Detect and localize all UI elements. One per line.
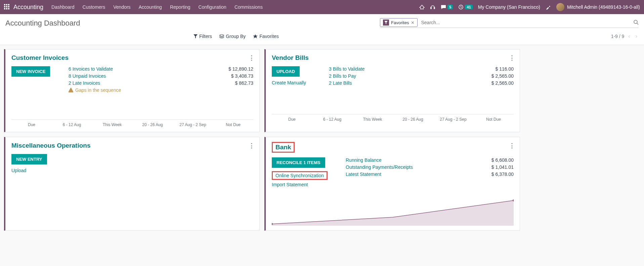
nav-menu: Dashboard Customers Vendors Accounting R… (51, 4, 419, 10)
bank-title-highlighted: Bank (272, 142, 295, 153)
new-invoice-button[interactable]: NEW INVOICE (11, 66, 50, 77)
search-icon[interactable] (633, 20, 639, 26)
chart-label: Not Due (473, 117, 514, 122)
search-bar: Favorites ✕ (380, 18, 639, 28)
stat-label[interactable]: 8 Unpaid Invoices (69, 73, 106, 79)
stat-label[interactable]: 2 Bills to Pay (329, 73, 356, 79)
upload-link[interactable]: Upload (11, 168, 62, 173)
nav-customers[interactable]: Customers (83, 4, 105, 10)
chart-label: Due (272, 117, 312, 122)
breadcrumb: Accounting Dashboard (5, 19, 80, 28)
nav-commissions[interactable]: Commissions (234, 4, 263, 10)
stat-value: $ 12,890.12 (228, 66, 253, 72)
svg-rect-1 (6, 4, 7, 5)
bank-chart (272, 199, 514, 226)
stat-row: 2 Late Invoices $ 862.73 (69, 80, 253, 86)
card-menu-icon[interactable]: ⋮ (249, 142, 255, 149)
invoice-chart: Due 6 - 12 Aug This Week 20 - 26 Aug 27 … (11, 100, 253, 127)
nav-dashboard[interactable]: Dashboard (51, 4, 75, 10)
company-switcher[interactable]: My Company (San Francisco) (478, 4, 540, 10)
stat-value: $ 1,041.01 (491, 164, 514, 170)
tools-icon[interactable] (546, 4, 551, 10)
user-name: Mitchell Admin (49489143-16-0-all) (567, 4, 640, 10)
card-menu-icon[interactable]: ⋮ (509, 54, 515, 62)
apps-icon[interactable] (4, 4, 9, 10)
stat-row: 6 Invoices to Validate $ 12,890.12 (69, 66, 253, 72)
chart-label: This Week (92, 122, 132, 127)
svg-rect-2 (8, 4, 9, 5)
online-sync-highlighted: Online Synchronization (272, 171, 328, 180)
user-menu[interactable]: Mitchell Admin (49489143-16-0-all) (556, 3, 640, 11)
stat-label[interactable]: 6 Invoices to Validate (69, 66, 113, 72)
card-title[interactable]: Bank (275, 144, 291, 151)
pager-text[interactable]: 1-9 / 9 (611, 34, 625, 39)
nav-accounting[interactable]: Accounting (139, 4, 162, 10)
layers-icon (219, 34, 224, 38)
reconcile-button[interactable]: RECONCILE 1 ITEMS (272, 157, 325, 168)
pager-next[interactable]: › (634, 32, 639, 41)
support-icon[interactable] (430, 4, 435, 10)
stat-row: Running Balance $ 6,608.00 (346, 157, 514, 163)
stat-row: 3 Bills to Validate $ 116.00 (329, 66, 514, 72)
stat-label[interactable]: 3 Bills to Validate (329, 66, 364, 72)
search-facet-label: Favorites (391, 20, 409, 25)
stat-row: 8 Unpaid Invoices $ 3,408.73 (69, 73, 253, 79)
stat-value: $ 116.00 (496, 66, 514, 72)
messages-icon[interactable]: 5 (441, 4, 453, 10)
stat-value: $ 3,408.73 (231, 73, 253, 79)
pager: 1-9 / 9 ‹ › (611, 32, 639, 41)
pager-prev[interactable]: ‹ (627, 32, 631, 41)
svg-rect-5 (8, 6, 9, 7)
upload-button[interactable]: UPLOAD (272, 66, 300, 77)
close-icon[interactable]: ✕ (411, 20, 415, 25)
stat-label[interactable]: Latest Statement (346, 172, 381, 177)
nav-vendors[interactable]: Vendors (113, 4, 130, 10)
groupby-button[interactable]: Group By (219, 34, 246, 39)
card-menu-icon[interactable]: ⋮ (249, 54, 255, 62)
nav-configuration[interactable]: Configuration (199, 4, 226, 10)
svg-rect-7 (6, 8, 7, 9)
chart-label: 20 - 26 Aug (393, 117, 433, 122)
app-name[interactable]: Accounting (13, 4, 43, 11)
search-facet[interactable]: Favorites ✕ (380, 18, 418, 27)
nav-reporting[interactable]: Reporting (170, 4, 190, 10)
warning-icon (69, 88, 73, 92)
create-manually-link[interactable]: Create Manually (272, 80, 322, 85)
card-menu-icon[interactable]: ⋮ (509, 142, 515, 149)
svg-line-19 (637, 23, 638, 25)
card-title[interactable]: Miscellaneous Operations (11, 142, 253, 149)
messages-badge: 5 (447, 5, 453, 9)
navbar: Accounting Dashboard Customers Vendors A… (0, 0, 644, 14)
activities-badge: 41 (465, 5, 472, 9)
chart-label: 27 Aug - 2 Sep (433, 117, 473, 122)
search-input[interactable] (420, 18, 631, 27)
stat-value: $ 2,565.00 (491, 80, 514, 86)
chart-label: 6 - 12 Aug (312, 117, 352, 122)
import-statement-link[interactable]: Import Statement (272, 182, 339, 187)
new-entry-button[interactable]: NEW ENTRY (11, 154, 47, 164)
svg-rect-4 (6, 6, 7, 7)
card-misc-operations: ⋮ Miscellaneous Operations NEW ENTRY Upl… (4, 137, 260, 231)
chart-label: 20 - 26 Aug (132, 122, 173, 127)
svg-rect-8 (8, 8, 9, 9)
stat-row: 2 Late Bills $ 2,565.00 (329, 80, 514, 86)
debug-icon[interactable] (419, 4, 425, 10)
online-sync-link[interactable]: Online Synchronization (275, 173, 324, 178)
svg-rect-0 (4, 4, 5, 5)
stat-value: $ 6,378.00 (491, 172, 514, 177)
sequence-warning[interactable]: Gaps in the sequence (69, 87, 253, 93)
stat-value: $ 6,608.00 (491, 157, 514, 163)
card-vendor-bills: ⋮ Vendor Bills UPLOAD Create Manually 3 … (264, 49, 520, 132)
stat-label[interactable]: Outstanding Payments/Receipts (346, 164, 413, 170)
card-title[interactable]: Vendor Bills (272, 54, 514, 62)
filter-icon (383, 20, 389, 26)
svg-rect-3 (4, 6, 5, 7)
stat-label[interactable]: 2 Late Invoices (69, 80, 100, 86)
filters-button[interactable]: Filters (194, 34, 212, 39)
stat-label[interactable]: Running Balance (346, 157, 382, 163)
favorites-button[interactable]: Favorites (253, 34, 279, 39)
chart-label: Due (11, 122, 52, 127)
card-title[interactable]: Customer Invoices (11, 54, 253, 62)
activities-icon[interactable]: 41 (458, 4, 472, 10)
stat-label[interactable]: 2 Late Bills (329, 80, 352, 86)
